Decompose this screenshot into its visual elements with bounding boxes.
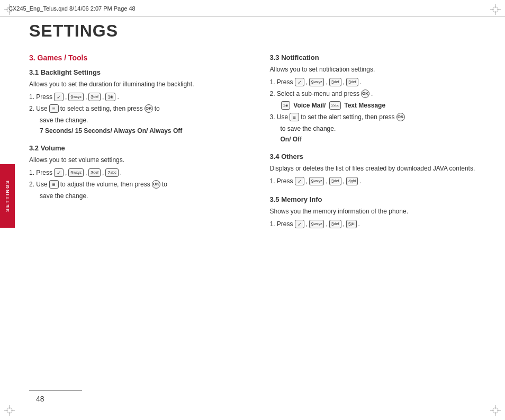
key-nav-3-4: ✓ [295,177,304,185]
step-3-4-1: 1. Press ✓, 9wxyz, 3def, 4ghi. [270,176,490,186]
step-3-2-2-cont: save the change. [29,191,249,201]
key-3def-b-3-3: 3def [346,78,358,86]
key-nav-3-3: ✓ [295,78,304,86]
section-3-heading: 3. Games / Tools [29,53,249,62]
key-4ghi: 4ghi [346,177,358,185]
columns-layout: 3. Games / Tools 3.1 Backlight Settings … [29,53,489,238]
section-3-4: 3.4 Others Displays or deletes the list … [270,153,490,186]
key-nav-icon: ✓ [54,93,64,101]
corner-tl-decoration [4,4,15,15]
key-1-voicemail: 1◉ [281,101,290,110]
key-ok-3-3-2: OK [361,90,369,98]
header-text: CX245_Eng_Telus.qxd 8/14/06 2:07 PM Page… [8,5,136,12]
subsection-3-5-heading: 3.5 Memory Info [270,195,490,203]
step-3-2-1: 1. Press ✓, 9wxyz, 3def, 2abc. [29,168,249,177]
bottom-line [29,390,82,391]
text-message-label: Text Message [342,101,385,110]
key-menu-nav-3-3: ≡ [290,113,299,121]
step-3-1-2: 2. Use ≡ to select a setting, then press… [29,104,249,113]
key-3def: 3def [88,93,101,101]
key-ok: OK [145,104,153,113]
step-3-3-3: 3. Use ≡ to set the alert setting, then … [270,112,490,122]
key-9wxyz-3-2: 9wxyz [68,168,84,177]
key-3def-a-3-3: 3def [329,78,341,86]
key-3def-3-4: 3def [329,177,341,185]
side-tab-label: SETTINGS [5,180,10,212]
subsection-3-2-description: Allows you to set volume settings. [29,155,249,165]
subsection-3-4-description: Displays or deletes the list of files cr… [270,164,490,173]
step-3-3-1: 1. Press ✓, 9wxyz, 3def, 3def. [270,77,490,87]
key-nav-icon-3-2: ✓ [54,168,64,177]
key-menu-nav-3-2: ≡ [49,180,59,189]
step-3-1-2-cont: save the change. [29,115,249,125]
section-3-2: 3.2 Volume Allows you to set volume sett… [29,144,249,201]
key-9wxyz-3-5: 9wxyz [309,220,324,228]
note-3-1: 7 Seconds/ 15 Seconds/ Always On/ Always… [40,127,249,135]
subsection-3-3-heading: 3.3 Notification [270,53,490,61]
corner-bl-decoration [4,405,15,416]
sub-options-3-3: 1◉ Voice Mail/ 2abc Text Message [281,101,490,110]
voice-mail-label: Voice Mail/ [292,101,328,110]
left-column: 3. Games / Tools 3.1 Backlight Settings … [29,53,249,238]
key-9wxyz-3-3: 9wxyz [309,78,324,86]
key-1: 1◉ [105,93,115,101]
key-3def-3-5: 3def [329,220,341,228]
key-9wxyz-3-4: 9wxyz [309,177,324,185]
subsection-3-1-heading: 3.1 Backlight Settings [29,68,249,76]
page-container: CX245_Eng_Telus.qxd 8/14/06 2:07 PM Page… [0,0,505,420]
key-2-textmsg: 2abc [329,101,341,110]
note-3-3: On/ Off [281,136,490,143]
key-nav-3-5: ✓ [295,220,304,228]
subsection-3-2-heading: 3.2 Volume [29,144,249,152]
corner-br-decoration [490,405,501,416]
section-3-1: 3.1 Backlight Settings Allows you to set… [29,68,249,135]
main-content: SETTINGS 3. Games / Tools 3.1 Backlight … [29,21,489,388]
side-tab: SETTINGS [0,164,15,228]
subsection-3-1-description: Allows you to set the duration for illum… [29,79,249,89]
step-3-3-2: 2. Select a sub-menu and press OK. [270,89,490,99]
key-menu-nav: ≡ [49,104,59,113]
key-ok-3-3-3: OK [396,113,405,121]
step-3-2-2: 2. Use ≡ to adjust the volume, then pres… [29,180,249,189]
step-3-1-1: 1. Press ✓, 9wxyz, 3def, 1◉. [29,92,249,102]
right-column: 3.3 Notification Allows you to set notif… [270,53,490,238]
section-3-5: 3.5 Memory Info Shows you the memory inf… [270,195,490,229]
subsection-3-3-description: Allows you to set notification settings. [270,65,490,74]
step-3-5-1: 1. Press ✓, 9wxyz, 3def, 5jkl. [270,219,490,229]
top-bar: CX245_Eng_Telus.qxd 8/14/06 2:07 PM Page… [0,0,505,17]
key-ok-3-2: OK [152,180,160,189]
key-5jkl: 5jkl [346,220,357,228]
key-2abc: 2abc [105,168,118,177]
corner-tr-decoration [490,4,501,15]
key-9wxyz: 9wxyz [68,93,84,101]
subsection-3-5-description: Shows you the memory information of the … [270,207,490,216]
subsection-3-4-heading: 3.4 Others [270,153,490,160]
step-3-3-3-cont: to save the change. [270,124,490,133]
section-3-3: 3.3 Notification Allows you to set notif… [270,53,490,143]
key-3def-3-2: 3def [88,168,101,177]
page-number: 48 [36,395,44,403]
page-title: SETTINGS [29,21,489,41]
